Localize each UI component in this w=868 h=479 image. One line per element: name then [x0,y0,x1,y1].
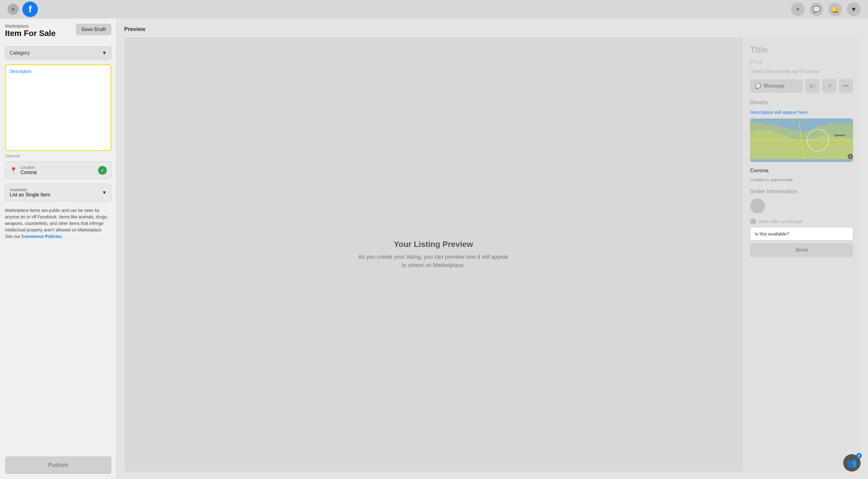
optional-label: Optional [5,153,112,158]
people-icon: 👥 [847,458,857,468]
description-label: Description [10,69,107,74]
save-listing-button[interactable]: 🏷 [805,79,819,93]
availability-text: Availability List as Single Item [10,188,50,198]
svg-text:i: i [850,155,851,158]
preview-container: Your Listing Preview As you create your … [124,38,861,472]
more-options-button[interactable]: ••• [839,79,853,93]
details-section-title: Details [750,99,853,106]
location-pin-icon: 📍 [10,167,18,174]
nav-left: × f [7,2,38,17]
message-label: Message [764,83,785,89]
chat-badge: 0 [856,453,862,458]
close-button[interactable]: × [7,4,19,15]
category-dropdown[interactable]: Category ▼ [5,46,112,60]
description-field[interactable]: Description [5,64,112,151]
facebook-logo: f [22,2,38,17]
listing-preview-text: As you create your listing, you can prev… [356,253,511,270]
account-dropdown-button[interactable]: ▼ [847,2,861,16]
listing-preview-center: Your Listing Preview As you create your … [124,38,743,472]
location-text: Location Corona [21,165,95,175]
map-svg: i Queens [750,118,853,162]
publish-button[interactable]: Publish [5,456,112,474]
action-buttons: 💬 Message 🏷 ↗ ••• [750,79,853,93]
message-input[interactable] [750,227,853,240]
send-message-text: Send seller a message [758,219,802,224]
listing-details-panel: Title Price Listed a few seconds ago in … [743,38,861,472]
share-icon: ↗ [827,82,832,89]
messenger-button[interactable]: 💬 [810,2,823,16]
add-button[interactable]: + [791,2,805,16]
ellipsis-icon: ••• [843,83,849,89]
send-message-icon [750,218,756,225]
notifications-button[interactable]: 🔔 [828,2,842,16]
category-label: Category [10,50,30,56]
bookmark-icon: 🏷 [810,83,815,89]
save-draft-button[interactable]: Save Draft [76,24,112,35]
share-button[interactable]: ↗ [822,79,836,93]
availability-chevron-icon: ▼ [102,190,107,196]
send-button[interactable]: Send [750,243,853,257]
nav-right: + 💬 🔔 ▼ [791,2,861,16]
location-field[interactable]: 📍 Location Corona ✓ [5,161,112,179]
messenger-msg-icon: 💬 [755,83,761,89]
category-chevron-icon: ▼ [102,50,107,56]
commerce-policies-link[interactable]: Commerce Policies [22,234,61,239]
sidebar-top-row: Marketplace Item For Sale Save Draft [5,24,112,42]
location-name: Corona [750,168,853,174]
map-container: i Queens [750,118,853,162]
main-content: Marketplace Item For Sale Save Draft Cat… [0,19,868,479]
listing-price: Price [750,59,853,65]
message-button[interactable]: 💬 Message [750,79,803,93]
svg-text:Queens: Queens [834,133,845,137]
send-message-container: Send seller a message Send [750,218,853,257]
description-textarea[interactable] [10,75,107,143]
location-value: Corona [21,170,95,175]
listing-title: Title [750,45,853,55]
seller-avatar [750,199,765,213]
description-preview-placeholder: Description will appear here. [750,109,853,115]
seller-info-title: Seller Information [750,188,853,195]
listing-preview-title: Your Listing Preview [394,240,473,249]
send-message-label: Send seller a message [750,218,853,225]
sidebar: Marketplace Item For Sale Save Draft Cat… [0,19,117,479]
top-nav: × f + 💬 🔔 ▼ [0,0,868,19]
location-approximate-text: Location is approximate [750,177,853,182]
preview-label: Preview [124,26,861,33]
location-sublabel: Location [21,165,95,170]
availability-dropdown[interactable]: Availability List as Single Item ▼ [5,184,112,202]
listing-listed-text: Listed a few seconds ago in Corona [750,69,853,74]
marketplace-label: Marketplace [5,24,56,29]
sidebar-header: Marketplace Item For Sale [5,24,56,38]
location-check-icon: ✓ [98,166,107,175]
availability-value: List as Single Item [10,192,50,198]
page-title: Item For Sale [5,29,56,38]
chat-bubble-button[interactable]: 👥 0 [843,454,861,472]
policy-text: Marketplace items are public and can be … [5,207,112,240]
availability-sublabel: Availability [10,188,50,192]
preview-area: Preview Your Listing Preview As you crea… [117,19,868,479]
